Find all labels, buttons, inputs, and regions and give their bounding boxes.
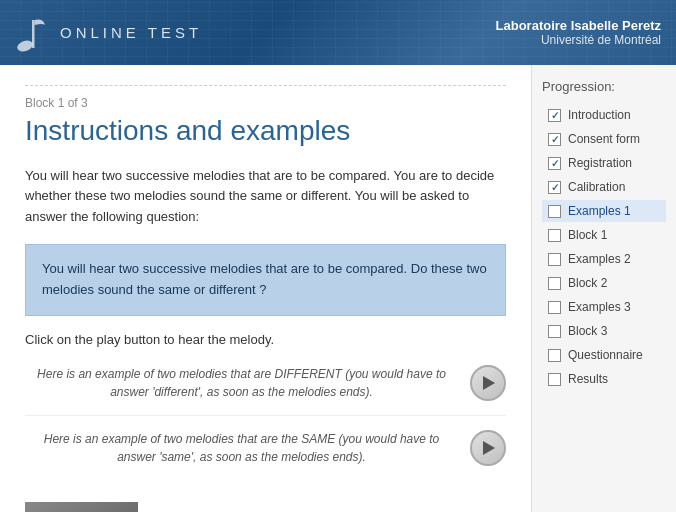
continue-button[interactable]: CONTINUE » [25, 502, 138, 512]
online-test-label: ONLINE TEST [60, 24, 202, 41]
sidebar-item-label: Registration [568, 156, 632, 170]
sidebar-item-block-2[interactable]: Block 2 [542, 272, 666, 294]
sidebar-item-label: Introduction [568, 108, 631, 122]
sidebar-item-label: Block 3 [568, 324, 607, 338]
description-text: You will hear two successive melodies th… [25, 166, 506, 228]
example-2-row: Here is an example of two melodies that … [25, 430, 506, 480]
sidebar-item-label: Examples 3 [568, 300, 631, 314]
sidebar-checkbox [548, 373, 561, 386]
sidebar-item-consent-form[interactable]: ✓Consent form [542, 128, 666, 150]
sidebar-checkbox [548, 205, 561, 218]
sidebar-item-examples-3[interactable]: Examples 3 [542, 296, 666, 318]
sidebar-item-label: Block 2 [568, 276, 607, 290]
content-area: Block 1 of 3 Instructions and examples Y… [0, 65, 531, 512]
sidebar-item-label: Block 1 [568, 228, 607, 242]
sidebar-checkbox [548, 349, 561, 362]
sidebar-checkbox: ✓ [548, 181, 561, 194]
sidebar-checkbox [548, 229, 561, 242]
header: ONLINE TEST Laboratoire Isabelle Peretz … [0, 0, 676, 65]
sidebar-item-introduction[interactable]: ✓Introduction [542, 104, 666, 126]
sidebar-item-label: Consent form [568, 132, 640, 146]
sidebar-item-label: Results [568, 372, 608, 386]
sidebar-checkbox: ✓ [548, 109, 561, 122]
university-name: Université de Montréal [496, 33, 661, 47]
svg-point-0 [16, 39, 34, 54]
sidebar-item-registration[interactable]: ✓Registration [542, 152, 666, 174]
sidebar-item-block-3[interactable]: Block 3 [542, 320, 666, 342]
play-button-1[interactable] [470, 365, 506, 401]
play-button-2[interactable] [470, 430, 506, 466]
header-left: ONLINE TEST [15, 10, 202, 55]
sidebar-item-label: Questionnaire [568, 348, 643, 362]
main-layout: Block 1 of 3 Instructions and examples Y… [0, 65, 676, 512]
sidebar-item-examples-1[interactable]: Examples 1 [542, 200, 666, 222]
sidebar-checkbox [548, 301, 561, 314]
example-2-text: Here is an example of two melodies that … [25, 430, 458, 466]
sidebar-checkbox: ✓ [548, 133, 561, 146]
sidebar-item-results[interactable]: Results [542, 368, 666, 390]
sidebar-item-calibration[interactable]: ✓Calibration [542, 176, 666, 198]
music-note-icon [15, 10, 50, 55]
sidebar: Progression: ✓Introduction✓Consent form✓… [531, 65, 676, 512]
sidebar-items-container: ✓Introduction✓Consent form✓Registration✓… [542, 104, 666, 390]
sidebar-item-label: Calibration [568, 180, 625, 194]
page-title: Instructions and examples [25, 114, 506, 148]
sidebar-item-label: Examples 2 [568, 252, 631, 266]
example-1-row: Here is an example of two melodies that … [25, 365, 506, 416]
sidebar-checkbox [548, 253, 561, 266]
sidebar-checkbox: ✓ [548, 157, 561, 170]
sidebar-item-label: Examples 1 [568, 204, 631, 218]
sidebar-checkbox [548, 277, 561, 290]
sidebar-title: Progression: [542, 79, 666, 94]
question-box: You will hear two successive melodies th… [25, 244, 506, 316]
sidebar-checkbox [548, 325, 561, 338]
header-right: Laboratoire Isabelle Peretz Université d… [496, 18, 661, 47]
sidebar-item-examples-2[interactable]: Examples 2 [542, 248, 666, 270]
continue-arrow-icon: » [116, 509, 125, 512]
lab-name: Laboratoire Isabelle Peretz [496, 18, 661, 33]
example-1-text: Here is an example of two melodies that … [25, 365, 458, 401]
block-label: Block 1 of 3 [25, 85, 506, 110]
sidebar-item-block-1[interactable]: Block 1 [542, 224, 666, 246]
sidebar-item-questionnaire[interactable]: Questionnaire [542, 344, 666, 366]
play-instruction: Click on the play button to hear the mel… [25, 332, 506, 347]
svg-rect-1 [32, 20, 35, 48]
